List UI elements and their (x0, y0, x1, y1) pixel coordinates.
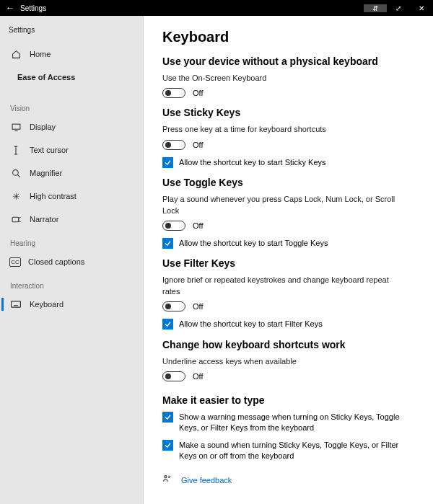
nav-label: Narrator (30, 215, 58, 224)
feedback-icon (162, 474, 174, 486)
maximize-button[interactable]: ⤢ (387, 4, 410, 12)
sticky-check-label: Allow the shortcut key to start Sticky K… (179, 157, 326, 168)
sound-check-label: Make a sound when turning Sticky Keys, T… (179, 440, 408, 462)
nav-label: Closed captions (28, 257, 84, 266)
toggle-desc: Play a sound whenever you press Caps Loc… (162, 194, 401, 216)
feedback-label: Give feedback (181, 476, 232, 485)
nav-ease-of-access[interactable]: Ease of Access (0, 66, 143, 89)
display-icon (9, 123, 22, 131)
nav-keyboard[interactable]: Keyboard (0, 293, 143, 316)
section-filter: Use Filter Keys (162, 257, 414, 269)
section-easier: Make it easier to type (162, 394, 414, 406)
filter-check-label: Allow the shortcut key to start Filter K… (179, 319, 323, 330)
nav-label: Display (30, 123, 56, 131)
underline-state: Off (193, 372, 203, 381)
svg-point-11 (165, 476, 167, 478)
svg-rect-5 (12, 301, 21, 307)
nav-high-contrast[interactable]: ✳ High contrast (0, 185, 143, 208)
nav-label: Ease of Access (17, 73, 75, 81)
nav-label: Keyboard (30, 300, 64, 309)
section-toggle: Use Toggle Keys (162, 177, 414, 188)
underline-toggle[interactable] (162, 371, 185, 381)
sticky-desc: Press one key at a time for keyboard sho… (162, 124, 401, 135)
section-osk: Use your device without a physical keybo… (162, 56, 414, 67)
nav-label: High contrast (30, 192, 76, 200)
cc-icon: CC (9, 257, 21, 267)
togglekeys-state: Off (193, 221, 203, 230)
home-icon (9, 50, 22, 59)
keyboard-icon (9, 301, 22, 308)
nav-label: Magnifier (30, 169, 62, 177)
osk-toggle[interactable] (162, 88, 185, 98)
toggle-check-label: Allow the shortcut key to start Toggle K… (179, 238, 328, 249)
nav-label: Text cursor (30, 146, 69, 154)
pin-button[interactable]: ⇵ (364, 4, 387, 12)
titlebar: ← Settings ⇵ ⤢ ✕ (0, 0, 433, 16)
feedback-link[interactable]: Give feedback (162, 474, 414, 486)
high-contrast-icon: ✳ (9, 191, 22, 202)
group-interaction: Interaction (0, 273, 143, 293)
sticky-shortcut-checkbox[interactable] (162, 157, 173, 168)
sticky-state: Off (193, 141, 203, 149)
content-area: Keyboard Use your device without a physi… (144, 16, 433, 504)
osk-desc: Use the On-Screen Keyboard (162, 73, 401, 84)
nav-display[interactable]: Display (0, 115, 143, 138)
nav-closed-captions[interactable]: CC Closed captions (0, 250, 143, 273)
nav-narrator[interactable]: Narrator (0, 208, 143, 231)
group-hearing: Hearing (0, 231, 143, 250)
togglekeys-toggle[interactable] (162, 221, 185, 231)
sound-checkbox[interactable] (162, 440, 173, 451)
svg-line-3 (17, 174, 20, 177)
nav-label: Home (30, 50, 51, 58)
group-vision: Vision (0, 96, 143, 115)
nav-magnifier[interactable]: Magnifier (0, 162, 143, 185)
filter-state: Off (193, 302, 203, 311)
osk-state: Off (193, 89, 203, 97)
sidebar: Settings Home Ease of Access Vision Disp… (0, 16, 144, 504)
svg-rect-0 (12, 124, 20, 129)
app-label: Settings (0, 22, 143, 38)
section-shortcuts: Change how keyboard shortcuts work (162, 339, 414, 350)
back-button[interactable]: ← (0, 3, 20, 13)
magnifier-icon (9, 169, 22, 178)
page-title: Keyboard (162, 29, 414, 45)
filter-desc: Ignore brief or repeated keystrokes and … (162, 275, 401, 297)
narrator-icon (9, 216, 22, 224)
warning-checkbox[interactable] (162, 412, 173, 423)
nav-text-cursor[interactable]: Text cursor (0, 138, 143, 162)
close-button[interactable]: ✕ (410, 4, 433, 12)
text-cursor-icon (9, 146, 22, 155)
toggle-shortcut-checkbox[interactable] (162, 238, 173, 249)
section-sticky: Use Sticky Keys (162, 107, 414, 118)
svg-point-2 (12, 169, 18, 175)
filter-toggle[interactable] (162, 301, 185, 311)
window-title: Settings (20, 4, 46, 12)
svg-rect-4 (12, 217, 19, 222)
sticky-toggle[interactable] (162, 140, 185, 150)
warning-check-label: Show a warning message when turning on S… (179, 412, 408, 434)
shortcuts-desc: Underline access keys when available (162, 356, 401, 367)
filter-shortcut-checkbox[interactable] (162, 319, 173, 330)
nav-home[interactable]: Home (0, 43, 143, 66)
